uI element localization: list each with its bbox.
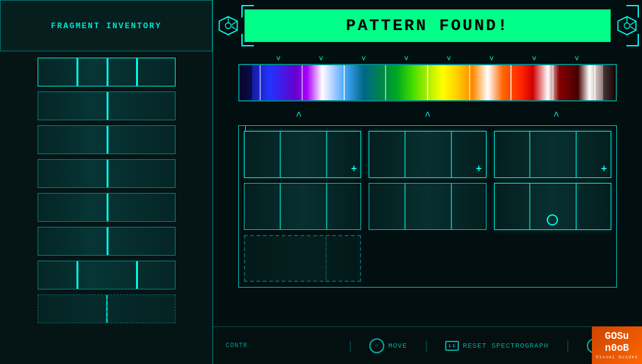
svg-line-8 bbox=[630, 21, 636, 25]
list-item[interactable] bbox=[38, 193, 176, 222]
spectrograph-area: v v v v v v v v bbox=[213, 51, 642, 326]
puzzle-outer: + bbox=[238, 125, 617, 288]
hex-icon-left bbox=[217, 14, 239, 37]
reset-label: RESET SPECTROGRAPH bbox=[463, 342, 549, 350]
arrow-up-3: ^ bbox=[554, 111, 560, 122]
svg-line-4 bbox=[231, 26, 237, 30]
plus-icon: + bbox=[601, 164, 607, 175]
puzzle-cell[interactable] bbox=[494, 183, 611, 230]
control-separator: | bbox=[564, 340, 571, 352]
puzzle-section: ^ ^ ^ bbox=[238, 111, 617, 288]
control-separator: | bbox=[347, 340, 354, 352]
spectrum-tick: v bbox=[532, 55, 537, 62]
puzzle-grid: + bbox=[244, 131, 611, 282]
spectrum-tick: v bbox=[447, 55, 451, 62]
puzzle-cell[interactable] bbox=[244, 183, 361, 230]
puzzle-cell[interactable] bbox=[369, 183, 486, 230]
move-label: MOVE bbox=[388, 342, 407, 350]
spectrum-tick: v bbox=[490, 55, 494, 62]
svg-line-3 bbox=[231, 21, 237, 25]
arrow-up-2: ^ bbox=[424, 111, 431, 122]
arrow-up-1: ^ bbox=[296, 111, 302, 122]
list-item[interactable] bbox=[38, 261, 176, 289]
bottom-bar: CONTR | ○ MOVE | L1 RESET SPECTROGRAPH | bbox=[213, 326, 642, 364]
bottom-controls: | ○ MOVE | L1 RESET SPECTROGRAPH | ✕ bbox=[347, 338, 629, 353]
watermark: GOSu n0oB Visual Guides bbox=[592, 326, 642, 364]
spectrum-tick: v bbox=[276, 55, 281, 62]
circle-indicator bbox=[547, 214, 558, 226]
pattern-found-banner: PATTERN FOUND! bbox=[245, 9, 611, 42]
control-item-move: ○ MOVE bbox=[369, 338, 407, 353]
reset-button-icon: L1 bbox=[445, 341, 459, 351]
pattern-found-text: PATTERN FOUND! bbox=[346, 16, 509, 35]
puzzle-cell[interactable]: + bbox=[369, 131, 486, 178]
puzzle-cell[interactable]: + bbox=[494, 131, 611, 178]
watermark-line2: n0oB bbox=[605, 343, 629, 354]
list-item[interactable] bbox=[38, 294, 176, 323]
spectrum-bar bbox=[238, 64, 617, 101]
control-separator: | bbox=[423, 340, 430, 352]
spectrum-tick: v bbox=[362, 55, 366, 62]
svg-point-1 bbox=[226, 23, 231, 29]
left-panel: FRAGMENT INVENTORY bbox=[0, 0, 213, 364]
control-item-reset: L1 RESET SPECTROGRAPH bbox=[445, 341, 549, 351]
list-item[interactable] bbox=[38, 91, 176, 120]
puzzle-arrows-row: ^ ^ ^ bbox=[238, 111, 617, 122]
puzzle-column-2: + bbox=[369, 131, 486, 282]
puzzle-cell-empty[interactable] bbox=[244, 235, 361, 282]
puzzle-column-3: + bbox=[494, 131, 611, 282]
main-container: FRAGMENT INVENTORY bbox=[0, 0, 642, 364]
list-item[interactable] bbox=[38, 58, 176, 86]
spectrum-tick: v bbox=[575, 55, 579, 62]
puzzle-arrow-group-1: ^ bbox=[238, 111, 359, 122]
puzzle-column-1: + bbox=[244, 131, 361, 282]
puzzle-arrow-group-3: ^ bbox=[496, 111, 617, 122]
spectrum-tick: v bbox=[404, 55, 409, 62]
hex-icon-right bbox=[616, 14, 638, 37]
spectrum-tick-row: v v v v v v v v bbox=[238, 55, 617, 62]
watermark-line1: GOSu bbox=[605, 331, 629, 343]
list-item[interactable] bbox=[38, 159, 176, 188]
svg-line-9 bbox=[630, 26, 636, 30]
fragments-list bbox=[0, 51, 213, 364]
spectrum-dividers bbox=[239, 65, 616, 100]
move-button-icon: ○ bbox=[369, 338, 384, 353]
watermark-line3: Visual Guides bbox=[596, 355, 638, 360]
list-item[interactable] bbox=[38, 125, 176, 154]
plus-icon: + bbox=[351, 164, 357, 175]
spectrum-tick: v bbox=[319, 55, 324, 62]
spectrum-container: v v v v v v v v bbox=[238, 55, 617, 101]
pattern-header: PATTERN FOUND! bbox=[213, 0, 642, 51]
plus-icon: + bbox=[476, 164, 482, 175]
panel-header: FRAGMENT INVENTORY bbox=[0, 0, 213, 51]
list-item[interactable] bbox=[38, 227, 176, 256]
controls-label: CONTR bbox=[226, 342, 248, 349]
svg-point-6 bbox=[624, 23, 630, 29]
puzzle-arrow-group-2: ^ bbox=[367, 111, 488, 122]
right-panel: PATTERN FOUND! v v bbox=[213, 0, 642, 364]
panel-title: FRAGMENT INVENTORY bbox=[51, 21, 161, 31]
puzzle-cell[interactable]: + bbox=[244, 131, 361, 178]
